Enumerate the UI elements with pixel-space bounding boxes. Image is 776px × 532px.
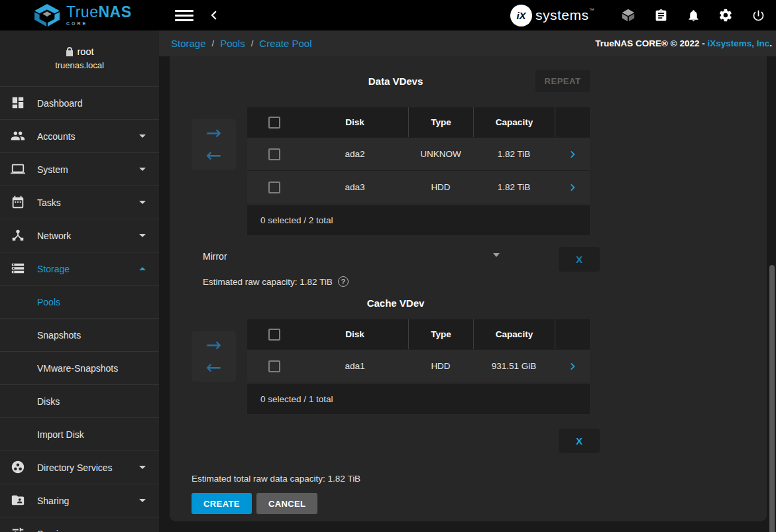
row-checkbox[interactable] — [268, 148, 280, 160]
breadcrumb: Storage / Pools / Create Pool — [171, 38, 312, 49]
hamburger-menu-icon[interactable] — [175, 7, 194, 24]
vdev-layout-value: Mirror — [203, 251, 227, 262]
content-area: Data VDevs REPEAT → ← — [159, 56, 776, 532]
row-checkbox[interactable] — [268, 360, 280, 372]
sidebar-item-system[interactable]: System — [0, 152, 159, 186]
repeat-button[interactable]: REPEAT — [535, 70, 590, 92]
column-header-capacity: Capacity — [473, 319, 555, 349]
cache-vdev-title: Cache VDev — [192, 297, 600, 309]
settings-gear-icon[interactable] — [718, 8, 733, 23]
select-all-checkbox[interactable] — [268, 329, 280, 341]
row-expand-chevron-icon[interactable] — [555, 183, 590, 192]
directory-services-icon — [11, 460, 27, 476]
estimated-raw-capacity: Estimated raw capacity: 1.82 TiB — [203, 277, 333, 287]
chevron-down-icon — [493, 253, 500, 257]
move-disk-right-arrow-icon[interactable]: → — [206, 122, 221, 144]
lock-icon — [66, 47, 74, 56]
power-icon[interactable] — [751, 8, 765, 23]
truenas-logo-icon — [33, 3, 61, 27]
storage-icon — [11, 261, 27, 277]
ixsystems-link[interactable]: iXsystems, Inc — [707, 38, 769, 48]
brand-name: TrueNAS — [66, 5, 132, 20]
table-header-row: Disk Type Capacity — [247, 107, 590, 137]
sidebar-item-snapshots[interactable]: Snapshots — [0, 318, 159, 351]
chevron-down-icon — [139, 234, 146, 237]
sidebar-item-vmware-snapshots[interactable]: VMware-Snapshots — [0, 351, 159, 384]
breadcrumb-storage[interactable]: Storage — [171, 38, 206, 49]
disk-type: HDD — [408, 182, 473, 192]
chevron-down-icon — [139, 201, 146, 204]
disk-transfer-controls: → ← — [192, 331, 236, 382]
topbar: TrueNAS CORE iX systems™ — [0, 0, 776, 30]
table-row-ada1[interactable]: ada1 HDD 931.51 GiB — [247, 349, 590, 382]
select-all-checkbox[interactable] — [268, 117, 280, 129]
sidebar-item-network[interactable]: Network — [0, 219, 159, 252]
sidebar-item-accounts[interactable]: Accounts — [0, 119, 159, 152]
column-header-type: Type — [408, 107, 473, 137]
network-icon — [11, 228, 27, 244]
truenas-app: TrueNAS CORE iX systems™ — [0, 0, 776, 532]
data-vdevs-disk-table: Disk Type Capacity ada2 UNKNOW 1.82 TiB — [247, 107, 590, 235]
system-icon — [11, 162, 27, 178]
row-checkbox[interactable] — [268, 182, 280, 193]
disk-transfer-controls: → ← — [192, 119, 236, 170]
chevron-down-icon — [139, 134, 146, 138]
chevron-down-icon — [139, 168, 146, 171]
table-row-ada2[interactable]: ada2 UNKNOW 1.82 TiB — [247, 137, 590, 170]
sidebar-item-sharing[interactable]: Sharing — [0, 484, 159, 517]
column-header-type: Type — [408, 319, 473, 349]
vdev-layout-select[interactable]: Mirror — [203, 247, 501, 265]
table-row-ada3[interactable]: ada3 HDD 1.82 TiB — [247, 170, 590, 203]
table-header-row: Disk Type Capacity — [247, 319, 590, 349]
move-disk-left-arrow-icon[interactable]: ← — [206, 356, 221, 379]
disk-name: ada3 — [302, 182, 408, 192]
disk-capacity: 931.51 GiB — [473, 361, 555, 371]
sidebar-item-pools[interactable]: Pools — [0, 285, 159, 318]
chevron-left-icon[interactable] — [208, 9, 220, 21]
move-disk-left-arrow-icon[interactable]: ← — [206, 144, 221, 167]
sidebar-item-storage[interactable]: Storage — [0, 252, 159, 285]
chevron-down-icon — [139, 466, 146, 469]
accounts-icon — [11, 129, 27, 144]
scrollbar-thumb[interactable] — [769, 265, 775, 532]
sidebar-item-dashboard[interactable]: Dashboard — [0, 86, 159, 119]
move-disk-right-arrow-icon[interactable]: → — [206, 334, 221, 356]
remove-cache-vdev-button[interactable]: X — [559, 429, 600, 453]
sidebar: root truenas.local Dashboard Accounts Sy… — [0, 30, 159, 532]
main-area: Storage / Pools / Create Pool TrueNAS CO… — [159, 30, 776, 532]
column-header-disk: Disk — [302, 319, 408, 349]
sidebar-item-tasks[interactable]: Tasks — [0, 186, 159, 219]
row-expand-chevron-icon[interactable] — [555, 362, 590, 371]
cancel-button[interactable]: CANCEL — [256, 493, 318, 514]
sidebar-item-directory-services[interactable]: Directory Services — [0, 451, 159, 484]
tasks-icon — [11, 195, 27, 211]
sidebar-item-disks[interactable]: Disks — [0, 384, 159, 417]
help-icon[interactable]: ? — [338, 276, 349, 287]
sidebar-item-import-disk[interactable]: Import Disk — [0, 417, 159, 451]
brand-edition: CORE — [66, 21, 132, 26]
task-manager-clipboard-icon[interactable] — [653, 8, 668, 23]
create-button[interactable]: CREATE — [192, 493, 252, 514]
sharing-icon — [11, 493, 27, 509]
breadcrumb-separator: / — [251, 38, 254, 48]
row-expand-chevron-icon[interactable] — [555, 150, 590, 159]
notifications-bell-icon[interactable] — [686, 8, 700, 23]
disk-type: HDD — [408, 361, 473, 371]
disk-name: ada2 — [302, 149, 408, 159]
chevron-up-icon — [139, 267, 146, 270]
remove-data-vdev-button[interactable]: X — [559, 247, 600, 272]
copyright-notice: TrueNAS CORE® © 2022 - iXsystems, Inc. — [595, 38, 772, 48]
breadcrumb-create-pool[interactable]: Create Pool — [259, 38, 311, 49]
breadcrumb-bar: Storage / Pools / Create Pool TrueNAS CO… — [159, 30, 776, 56]
truecommand-cube-icon[interactable] — [621, 8, 636, 23]
create-pool-form-panel: Data VDevs REPEAT → ← — [170, 56, 767, 521]
topbar-actions — [621, 8, 765, 23]
disk-type: UNKNOW — [408, 149, 473, 159]
ix-wordmark: systems™ — [535, 7, 594, 23]
column-header-capacity: Capacity — [473, 107, 555, 137]
user-block: root truenas.local — [0, 30, 159, 86]
breadcrumb-pools[interactable]: Pools — [220, 38, 245, 49]
sidebar-item-services[interactable]: Services — [0, 517, 159, 532]
disk-name: ada1 — [302, 361, 408, 371]
estimated-total-capacity: Estimated total raw data capacity: 1.82 … — [192, 474, 600, 484]
